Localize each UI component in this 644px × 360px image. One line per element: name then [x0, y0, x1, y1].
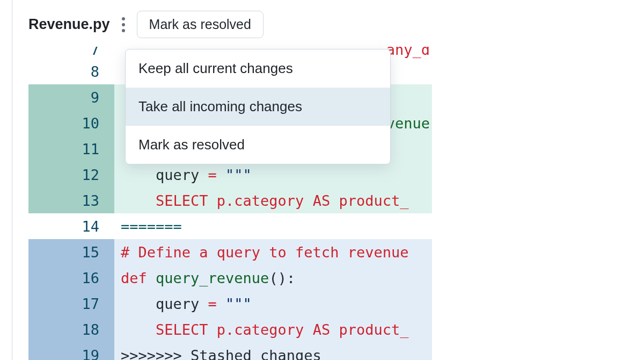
line-number: 15: [82, 244, 99, 261]
code-line: 14 =======: [28, 213, 432, 239]
code-line: 17 query = """: [28, 291, 432, 316]
code-indent: [121, 192, 156, 209]
code-line: 18 SELECT p.category AS product_: [28, 316, 432, 342]
code-token: def: [121, 270, 147, 286]
line-number: 16: [82, 270, 99, 286]
mark-resolved-option[interactable]: Mark as resolved: [126, 126, 390, 164]
filename: Revenue.py: [28, 16, 110, 33]
line-number: 17: [82, 296, 99, 312]
code-token: [217, 296, 225, 312]
code-line: 12 query = """: [28, 162, 432, 188]
code-indent: [121, 296, 156, 312]
code-indent: [121, 321, 156, 338]
line-number: 7: [91, 47, 99, 53]
take-incoming-option[interactable]: Take all incoming changes: [126, 88, 390, 126]
mark-resolved-button[interactable]: Mark as resolved: [137, 11, 264, 38]
file-header: Revenue.py Mark as resolved: [13, 11, 644, 38]
code-line: 15 # Define a query to fetch revenue: [28, 239, 432, 265]
code-token: SELECT p.category AS product_: [156, 192, 408, 209]
line-number: 8: [91, 63, 99, 80]
line-number: 9: [91, 89, 99, 106]
code-token: =: [208, 296, 217, 312]
code-token: """: [225, 167, 252, 183]
code-token: any_d: [386, 47, 430, 53]
conflict-actions-dropdown: Keep all current changes Take all incomi…: [125, 49, 391, 164]
line-number: 18: [82, 321, 99, 338]
line-number: 19: [82, 347, 99, 361]
line-number: 11: [82, 141, 99, 157]
line-number: 12: [82, 167, 99, 183]
code-token: ():: [269, 270, 295, 286]
code-line: 19 >>>>>>> Stashed changes: [28, 342, 432, 360]
code-token: =======: [121, 218, 182, 235]
keep-current-option[interactable]: Keep all current changes: [126, 49, 390, 88]
code-line: 13 SELECT p.category AS product_: [28, 188, 432, 213]
code-token: =: [208, 167, 217, 183]
code-token: SELECT p.category AS product_: [156, 321, 408, 338]
code-token: venue: [386, 115, 430, 132]
code-token: # Define a query to fetch revenue: [121, 244, 408, 261]
code-token: [217, 167, 225, 183]
code-token: >>>>>>> Stashed changes: [121, 347, 321, 361]
code-token: query: [156, 167, 208, 183]
line-number: 10: [82, 115, 99, 132]
vertical-rule: [12, 0, 12, 360]
line-number: 14: [82, 218, 99, 235]
code-line: 16 def query_revenue():: [28, 265, 432, 291]
code-indent: [121, 167, 156, 183]
code-token: """: [225, 296, 252, 312]
kebab-menu-icon[interactable]: [119, 13, 128, 37]
line-number: 13: [82, 192, 99, 209]
code-token: query: [156, 296, 208, 312]
code-token: query_revenue: [156, 270, 269, 286]
code-editor: 7 any_d 8 9 10 venue 11 12 query = """: [28, 47, 432, 360]
code-token: [147, 270, 156, 286]
